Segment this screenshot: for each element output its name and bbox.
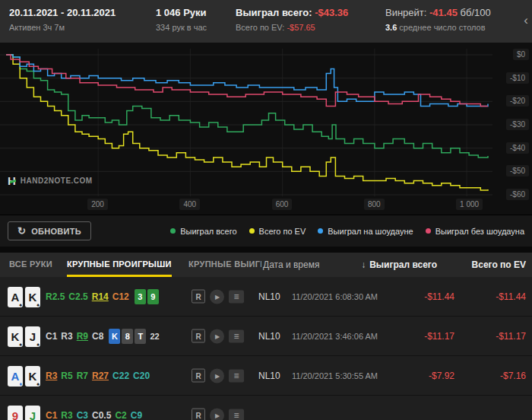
legend-label: Выиграл всего <box>180 227 236 236</box>
replayer-button[interactable]: R <box>192 329 205 343</box>
column-header-won[interactable]: ↓ Выиграл всего <box>361 253 437 277</box>
card-rank: J <box>30 409 36 420</box>
hands-count: 1 046 Руки <box>156 7 207 18</box>
board-card: K <box>109 329 120 344</box>
won-amount: -$11.44 <box>424 291 454 302</box>
card-tile: J♣ <box>25 406 40 420</box>
action-token: R3 <box>61 331 72 342</box>
replayer-button[interactable]: R <box>192 369 205 383</box>
avg-tables-value: 3.6 <box>385 23 397 32</box>
stake-label: NL10 <box>258 371 280 381</box>
spade-icon: ♠ <box>36 302 40 307</box>
row-controls: R▶≡ <box>192 329 244 343</box>
legend-item: Всего по EV <box>249 227 306 236</box>
hand-row[interactable]: A♦K♠R3R5R7R27C22C20R▶≡NL1011/20/2021 5:3… <box>0 356 532 396</box>
active-time: Активен 3ч 7м <box>9 23 116 32</box>
hand-zone: 9♥J♣C1R3C3C0.5C2C9 <box>8 396 188 420</box>
action-line: C1R3R9C8 <box>46 331 103 342</box>
action-token: R3 <box>46 371 57 381</box>
spade-icon: ♠ <box>19 342 22 347</box>
board-card: 9 <box>147 289 159 304</box>
hands-per-hour: 334 рук в час <box>156 23 207 32</box>
sort-descending-icon: ↓ <box>361 259 366 270</box>
spade-icon: ♠ <box>36 342 40 347</box>
card-rank: 9 <box>12 409 18 420</box>
row-controls: R▶≡ <box>192 368 244 383</box>
chart-line-1 <box>6 55 488 190</box>
hole-cards: A♠K♠ <box>8 287 40 307</box>
collapse-panel-icon[interactable]: ‹ <box>524 14 528 27</box>
x-axis-label: 400 <box>179 199 200 210</box>
hand-row[interactable]: K♠J♠C1R3R9C8K8T22R▶≡NL1011/20/2021 3:46:… <box>0 317 532 356</box>
x-axis-labels: 2004006008001 000 <box>0 197 532 214</box>
replayer-button[interactable]: R <box>192 409 205 420</box>
play-button[interactable]: ▶ <box>210 368 224 383</box>
x-axis-label: 200 <box>87 199 108 210</box>
card-tile: A♠ <box>8 287 23 307</box>
tab-all-hands[interactable]: ВСЕ РУКИ <box>9 253 52 275</box>
legend-item: Выиграл без шоудауна <box>426 227 524 236</box>
notes-icon: ≡ <box>233 411 239 420</box>
chart-line-2 <box>6 55 488 107</box>
won-total-value: -$43.36 <box>315 7 348 18</box>
hand-datetime: 11/20/2021 3:46:06 AM <box>292 332 378 341</box>
action-token: R3 <box>61 410 72 420</box>
play-icon: ▶ <box>215 293 220 300</box>
play-icon: ▶ <box>215 332 220 339</box>
action-token: C2.5 <box>68 291 87 302</box>
column-header-datetime[interactable]: Дата и время <box>263 253 319 277</box>
action-token: C22 <box>112 371 129 381</box>
won-total-label: Выиграл всего: <box>236 7 312 18</box>
hands-tab-bar: ВСЕ РУКИ КРУПНЫЕ ПРОИГРЫШИ КРУПНЫЕ ВЫИГР… <box>0 253 532 277</box>
card-rank: K <box>29 291 37 304</box>
hole-cards: 9♥J♣ <box>8 406 40 420</box>
replayer-button[interactable]: R <box>192 290 205 304</box>
winrate-label: Винрейт: <box>385 7 426 18</box>
play-button[interactable]: ▶ <box>210 408 224 420</box>
action-token: R27 <box>92 371 109 381</box>
tab-big-losses[interactable]: КРУПНЫЕ ПРОИГРЫШИ <box>67 253 172 277</box>
hands-list: A♠K♠R2.5C2.5R14C1239R▶≡NL1011/20/2021 6:… <box>0 277 532 420</box>
action-token: C20 <box>133 371 150 381</box>
action-token: C8 <box>92 331 103 342</box>
hand-zone: A♦K♠R3R5R7R27C22C20 <box>8 356 188 396</box>
action-line: R3R5R7R27C22C20 <box>46 371 150 381</box>
legend-label: Выиграл без шоудауна <box>435 227 524 236</box>
card-tile: K♠ <box>25 366 40 387</box>
card-tile: J♠ <box>25 326 40 347</box>
winnings-group: Выиграл всего: -$43.36 Всего по EV: -$57… <box>236 7 348 32</box>
won-amount: -$7.92 <box>429 371 454 381</box>
refresh-icon: ↻ <box>17 226 26 236</box>
spade-icon: ♠ <box>19 302 22 307</box>
action-token: C1 <box>46 331 57 342</box>
chart-line-3 <box>6 55 488 107</box>
notes-button[interactable]: ≡ <box>229 369 244 382</box>
column-header-ev[interactable]: Всего по EV <box>472 253 526 277</box>
board-card: 8 <box>122 329 133 344</box>
ev-total-label: Всего по EV: <box>236 23 284 32</box>
winnings-graph: $0-$10-$20-$30-$40-$50-$60 2004006008001… <box>0 43 532 215</box>
notes-button[interactable]: ≡ <box>229 329 244 342</box>
tab-big-wins[interactable]: КРУПНЫЕ ВЫИГРЫШИ <box>188 253 261 275</box>
hand-row[interactable]: A♠K♠R2.5C2.5R14C1239R▶≡NL1011/20/2021 6:… <box>0 277 532 317</box>
action-token: R9 <box>77 331 88 342</box>
hand-row[interactable]: 9♥J♣C1R3C3C0.5C2C9R▶≡ <box>0 396 532 420</box>
refresh-button[interactable]: ↻ ОБНОВИТЬ <box>8 221 91 240</box>
stake-label: NL10 <box>258 291 280 302</box>
won-amount: -$11.17 <box>424 331 454 342</box>
board-card: T <box>135 329 146 344</box>
hole-cards: A♦K♠ <box>8 366 40 387</box>
graph-toolbar: ↻ ОБНОВИТЬ Выиграл всегоВсего по EVВыигр… <box>0 215 532 247</box>
notes-button[interactable]: ≡ <box>229 409 244 420</box>
x-axis-label: 800 <box>364 199 385 210</box>
hands-count-group: 1 046 Руки 334 рук в час <box>156 7 207 32</box>
notes-button[interactable]: ≡ <box>229 290 244 303</box>
legend-dot <box>249 228 255 234</box>
action-token: R2.5 <box>46 291 65 302</box>
legend-dot <box>426 228 431 234</box>
card-tile: A♦ <box>8 366 23 387</box>
play-button[interactable]: ▶ <box>210 289 224 304</box>
hand2note-logo-icon: H <box>8 175 16 186</box>
winrate-unit: бб/100 <box>461 7 491 18</box>
play-button[interactable]: ▶ <box>210 329 224 343</box>
